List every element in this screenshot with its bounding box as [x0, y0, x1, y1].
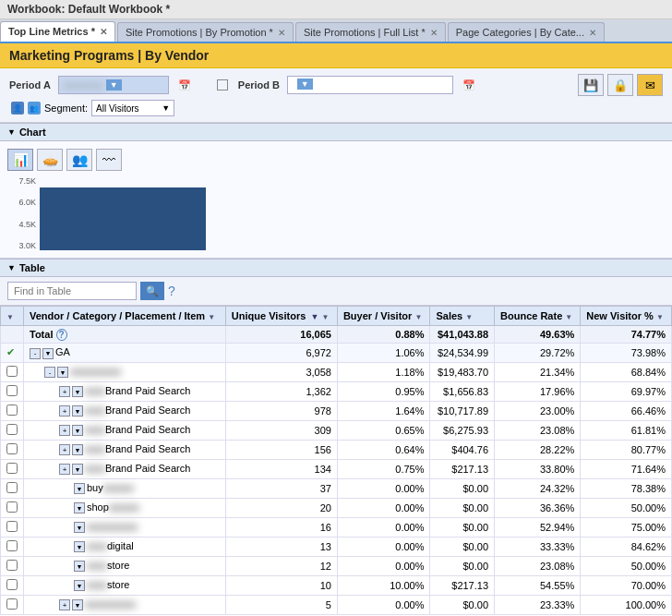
lock-button[interactable]: 🔒 — [607, 74, 633, 96]
row-checkbox[interactable] — [6, 482, 18, 493]
row-checkbox[interactable] — [6, 579, 18, 590]
save-button[interactable]: 💾 — [578, 74, 604, 96]
period-b-calendar-icon[interactable]: 📅 — [462, 79, 475, 91]
dropdown-btn[interactable]: ▼ — [74, 502, 85, 513]
col-new-visitor-header[interactable]: New Visitor % ▼ — [581, 307, 672, 326]
col-bv-sort[interactable]: ▼ — [414, 313, 422, 321]
tab-close-icon[interactable]: ✕ — [589, 28, 596, 38]
expand-btn[interactable]: + — [59, 464, 70, 475]
col-unique-visitors-header[interactable]: Unique Visitors ▼ ▼ — [225, 307, 337, 326]
row-checkbox[interactable] — [6, 385, 18, 396]
page-title: Marketing Programs | By Vendor — [0, 43, 672, 68]
total-help-icon[interactable]: ? — [56, 329, 67, 341]
col-vendor-sort[interactable]: ▼ — [208, 313, 215, 321]
col-br-sort[interactable]: ▼ — [565, 313, 572, 321]
row-checkbox[interactable] — [6, 405, 18, 416]
dropdown-btn[interactable]: ▼ — [74, 561, 85, 572]
period-a-dropdown[interactable]: ▼ — [106, 79, 122, 91]
tab-site-promotions-full-list[interactable]: Site Promotions | Full List * ✕ — [295, 22, 446, 42]
chart-bar-1 — [40, 187, 206, 250]
dropdown-btn[interactable]: ▼ — [74, 541, 85, 552]
help-icon[interactable]: ? — [168, 284, 175, 298]
col-sales-header[interactable]: Sales ▼ — [430, 307, 495, 326]
row-label: Brand Paid Search — [105, 443, 190, 454]
row-checkbox[interactable] — [6, 463, 18, 474]
dropdown-btn[interactable]: ▼ — [74, 483, 85, 494]
sales-cell: $0.00 — [430, 537, 495, 556]
sales-cell: $24,534.99 — [430, 344, 495, 363]
dropdown-btn[interactable]: ▼ — [72, 425, 83, 436]
unique-visitors-cell: 12 — [225, 556, 337, 575]
tab-close-icon[interactable]: ✕ — [100, 27, 107, 37]
find-input[interactable] — [7, 282, 137, 300]
col-buyer-visitor-header[interactable]: Buyer / Visitor ▼ — [337, 307, 430, 326]
bounce-rate-cell: 28.22% — [495, 440, 581, 459]
expand-btn[interactable]: - — [30, 348, 41, 359]
col-bounce-rate-header[interactable]: Bounce Rate ▼ — [495, 307, 581, 326]
tab-top-line-metrics[interactable]: Top Line Metrics * ✕ — [0, 21, 115, 42]
table-section-header[interactable]: ▼ Table — [0, 259, 672, 277]
col-uv-sort[interactable]: ▼ — [310, 312, 318, 321]
expand-btn[interactable]: + — [59, 405, 70, 417]
expand-btn[interactable]: - — [44, 367, 55, 378]
col-sales-label: Sales — [436, 310, 462, 321]
tab-close-icon[interactable]: ✕ — [430, 28, 438, 38]
expand-btn[interactable]: + — [59, 425, 70, 436]
row-checkbox[interactable] — [6, 501, 18, 513]
dropdown-btn[interactable]: ▼ — [72, 464, 83, 475]
segment-dropdown-arrow[interactable]: ▼ — [162, 103, 170, 113]
segment-select[interactable]: All Visitors ▼ — [91, 100, 174, 116]
period-b-input[interactable]: ▼ — [287, 76, 453, 94]
dropdown-btn[interactable]: ▼ — [57, 367, 68, 378]
pie-chart-icon[interactable]: 🥧 — [37, 149, 63, 171]
tab-close-icon[interactable]: ✕ — [278, 28, 285, 38]
row-checkbox[interactable] — [6, 521, 18, 532]
table-row: ▼xxxxxxxxxx160.00%$0.0052.94%75.00% — [1, 517, 672, 537]
row-label: store — [107, 579, 129, 590]
row-checkbox[interactable] — [6, 424, 18, 435]
bar-chart-icon[interactable]: 📊 — [7, 149, 33, 171]
col-vendor-header[interactable]: Vendor / Category / Placement / Item ▼ — [24, 307, 226, 326]
row-checkbox[interactable] — [6, 366, 18, 377]
blurred-prefix: xxxx — [85, 424, 105, 435]
segment-label: Segment: — [44, 103, 88, 114]
tabs-bar: Top Line Metrics * ✕ Site Promotions | B… — [0, 19, 672, 43]
people-chart-icon[interactable]: 👥 — [66, 149, 92, 171]
sales-cell: $0.00 — [430, 478, 495, 498]
expand-btn[interactable]: + — [59, 386, 70, 397]
line-chart-icon[interactable]: 〰 — [96, 149, 122, 171]
tab-label: Site Promotions | Full List * — [304, 27, 426, 38]
row-checkbox[interactable] — [6, 443, 18, 454]
row-checkbox[interactable] — [6, 560, 18, 571]
tab-site-promotions-by-promotion[interactable]: Site Promotions | By Promotion * ✕ — [117, 22, 294, 42]
row-checkbox[interactable] — [6, 540, 18, 551]
period-b-dropdown[interactable]: ▼ — [297, 79, 313, 90]
expand-btn[interactable]: + — [59, 599, 70, 610]
dropdown-btn[interactable]: ▼ — [72, 405, 83, 417]
buyer-visitor-cell: 0.00% — [337, 478, 430, 498]
dropdown-btn[interactable]: ▼ — [74, 580, 85, 591]
dropdown-btn[interactable]: ▼ — [72, 444, 83, 455]
expand-btn[interactable]: + — [59, 444, 70, 455]
tab-page-categories[interactable]: Page Categories | By Cate... ✕ — [448, 22, 605, 42]
find-button[interactable]: 🔍 — [140, 282, 164, 300]
dropdown-btn[interactable]: ▼ — [42, 348, 54, 359]
dropdown-btn[interactable]: ▼ — [72, 386, 83, 397]
period-a-calendar-icon[interactable]: 📅 — [178, 79, 191, 91]
period-b-checkbox[interactable] — [217, 79, 228, 91]
row-checkbox-cell — [1, 478, 24, 498]
sales-cell: $0.00 — [430, 556, 495, 575]
row-checkbox-cell — [1, 575, 24, 595]
period-a-value: xxxxxxxxx — [63, 80, 104, 91]
col-nv-sort[interactable]: ▼ — [656, 313, 664, 321]
col-sales-sort[interactable]: ▼ — [465, 313, 473, 321]
dropdown-btn[interactable]: ▼ — [74, 522, 85, 533]
row-label-cell: ▼xxxx store — [24, 556, 226, 575]
mail-button[interactable]: ✉ — [637, 74, 663, 96]
new-visitor-cell: 50.00% — [581, 556, 672, 575]
period-a-input[interactable]: xxxxxxxxx ▼ — [58, 76, 169, 94]
dropdown-btn[interactable]: ▼ — [72, 599, 83, 610]
blurred-label: xxxxxxxxxx — [85, 598, 136, 610]
chart-section-header[interactable]: ▼ Chart — [0, 123, 672, 141]
row-checkbox[interactable] — [6, 598, 18, 610]
